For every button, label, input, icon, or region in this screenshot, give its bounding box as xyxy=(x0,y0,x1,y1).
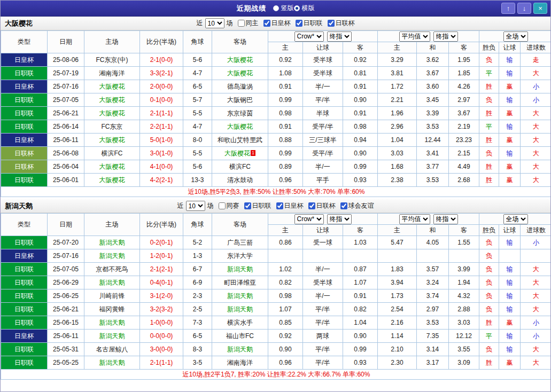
handicap-result-cell: 输 xyxy=(499,343,521,356)
match-row: 日职联25-06-14FC东京2-2(1-1)4-7大阪樱花0.91受平/半0.… xyxy=(1,120,551,134)
result-cell: 负 xyxy=(479,263,499,276)
filter-checkbox[interactable]: 日职联 xyxy=(244,201,271,210)
handicap-result-cell: 输 xyxy=(499,93,521,107)
match-count-select[interactable]: 10 xyxy=(205,18,224,28)
filter-checkbox[interactable]: 同主 xyxy=(238,19,259,28)
away-team-cell: 大阪樱花1 xyxy=(212,147,268,160)
goals-result-cell: 小 xyxy=(521,316,551,330)
corners-cell: 5-7 xyxy=(183,93,212,107)
filter-checkbox-input[interactable] xyxy=(219,202,226,209)
date-cell: 25-06-15 xyxy=(48,316,84,330)
team-header-bar: 大阪樱花近10场同主日皇杯日职联日联杯 xyxy=(1,17,550,30)
filter-checkbox-label: 日皇杯 xyxy=(271,19,291,28)
goals-result-cell: 小 xyxy=(521,330,551,343)
home-team-cell: 大阪樱花 xyxy=(84,107,140,120)
scroll-up-button[interactable]: ↑ xyxy=(501,3,515,14)
layout-radio-vertical[interactable]: 竖版 xyxy=(273,4,294,13)
near-label: 近 xyxy=(197,19,203,28)
avg-stage-select[interactable]: 终指 xyxy=(433,214,458,224)
close-button[interactable]: × xyxy=(533,3,547,14)
sections-container: 大阪樱花近10场同主日皇杯日职联日联杯类型日期主场比分(半场)角球客场Crow*… xyxy=(1,17,550,380)
handicap-home-odds-cell: 0.85 xyxy=(268,316,303,330)
filter-checkbox[interactable]: 日皇杯 xyxy=(276,201,304,210)
filter-checkbox[interactable]: 球会友谊 xyxy=(340,201,374,210)
corners-cell: 6-5 xyxy=(183,80,212,93)
goals-result-cell: 大 xyxy=(521,147,551,160)
result-cell: 胜 xyxy=(479,134,499,147)
scope-select[interactable]: 全场 xyxy=(503,214,528,224)
league-cell: 日皇杯 xyxy=(1,53,48,67)
handicap-line-cell: 受半球 xyxy=(303,67,343,80)
filter-checkbox-input[interactable] xyxy=(263,20,270,27)
avg-home-odds-cell: 1.04 xyxy=(378,134,417,147)
sub-col-header: 主 xyxy=(378,42,417,53)
odds-stage-select[interactable]: 终指 xyxy=(327,32,352,42)
goals-result-cell: 大 xyxy=(521,303,551,316)
league-cell: 日皇杯 xyxy=(1,249,48,263)
match-count-select[interactable]: 10 xyxy=(186,201,205,211)
result-cell: 负 xyxy=(479,303,499,316)
league-cell: 日职联 xyxy=(1,236,48,249)
home-team-cell: 新潟天鹅 xyxy=(84,356,140,370)
filter-checkbox-input[interactable] xyxy=(244,202,251,209)
handicap-away-odds-cell: 0.90 xyxy=(343,330,378,343)
odds-company-select[interactable]: Crow* xyxy=(294,32,324,42)
sub-col-header: 主 xyxy=(268,225,303,236)
filter-checkbox-input[interactable] xyxy=(328,20,335,27)
avg-draw-odds-cell: 3.57 xyxy=(417,263,449,276)
team-name: 新潟天鹅 xyxy=(5,201,33,211)
sub-col-header: 让球 xyxy=(499,42,521,53)
layout-radio-horizontal[interactable]: 横版 xyxy=(294,4,315,13)
corners-cell: 5-2 xyxy=(183,236,212,249)
corners-cell: 6-9 xyxy=(183,276,212,289)
filter-checkbox[interactable]: 日皇杯 xyxy=(263,19,291,28)
col-header: 角球 xyxy=(183,214,212,236)
matches-table: 类型日期主场比分(半场)角球客场Crow*终指平均值终指全场主让球客主和客胜负让… xyxy=(1,213,551,380)
home-team-cell: 大阪樱花 xyxy=(84,93,140,107)
filter-checkbox[interactable]: 日联杯 xyxy=(308,201,336,210)
handicap-away-odds-cell: 0.93 xyxy=(343,174,378,187)
away-team-cell: 福山市FC xyxy=(212,330,268,343)
filter-checkbox[interactable]: 日联杯 xyxy=(328,19,355,28)
date-cell: 25-07-16 xyxy=(48,249,84,263)
summary-text: 近10场,胜5平2负3, 胜率:50% 让胜率:50% 大率:70% 单率:60… xyxy=(1,187,551,197)
filter-checkbox[interactable]: 日职联 xyxy=(296,19,323,28)
avg-select[interactable]: 平均值 xyxy=(399,32,430,42)
date-cell: 25-06-08 xyxy=(48,147,84,160)
filter-checkbox-input[interactable] xyxy=(276,202,283,209)
corners-cell: 4-7 xyxy=(183,120,212,134)
filter-checkbox-input[interactable] xyxy=(340,202,347,209)
filter-checkbox-input[interactable] xyxy=(308,202,315,209)
avg-stage-select[interactable]: 终指 xyxy=(433,32,458,42)
avg-draw-odds-cell: 3.24 xyxy=(417,276,449,289)
result-cell: 负 xyxy=(479,53,499,67)
filter-checkbox[interactable]: 同赛 xyxy=(219,201,239,210)
scope-select[interactable]: 全场 xyxy=(503,32,528,42)
filter-checkbox-input[interactable] xyxy=(296,20,302,27)
scroll-down-button[interactable]: ↓ xyxy=(517,3,531,14)
date-cell: 25-06-21 xyxy=(48,303,84,316)
match-row: 日皇杯25-07-16大阪樱花2-0(0-0)6-5德岛漩涡0.91半/一0.9… xyxy=(1,80,551,93)
date-cell: 25-06-25 xyxy=(48,289,84,303)
home-team-cell: 福冈黄蜂 xyxy=(84,303,140,316)
avg-select[interactable]: 平均值 xyxy=(399,214,430,224)
league-cell: 日职联 xyxy=(1,289,48,303)
sub-col-header: 主 xyxy=(378,225,417,236)
handicap-away-odds-cell: 0.92 xyxy=(343,53,378,67)
handicap-home-odds-cell: 0.92 xyxy=(268,53,303,67)
handicap-line-cell: 受半球 xyxy=(303,53,343,67)
avg-home-odds-cell: 1.96 xyxy=(378,107,417,120)
avg-draw-odds-cell: 3.53 xyxy=(417,316,449,330)
titlebar-buttons: ↑ ↓ × xyxy=(501,3,547,14)
goals-result-cell xyxy=(521,249,551,263)
odds-company-select[interactable]: Crow* xyxy=(294,214,324,224)
odds-stage-select[interactable]: 终指 xyxy=(327,214,352,224)
col-header: 日期 xyxy=(48,214,84,236)
avg-away-odds-cell: 1.85 xyxy=(449,67,479,80)
handicap-result-cell xyxy=(499,249,521,263)
col-header: 主场 xyxy=(84,214,140,236)
avg-home-odds-cell: 3.81 xyxy=(378,67,417,80)
filter-checkbox-input[interactable] xyxy=(238,20,245,27)
avg-draw-odds-cell: 7.35 xyxy=(417,330,449,343)
red-card-badge: 1 xyxy=(251,150,255,156)
